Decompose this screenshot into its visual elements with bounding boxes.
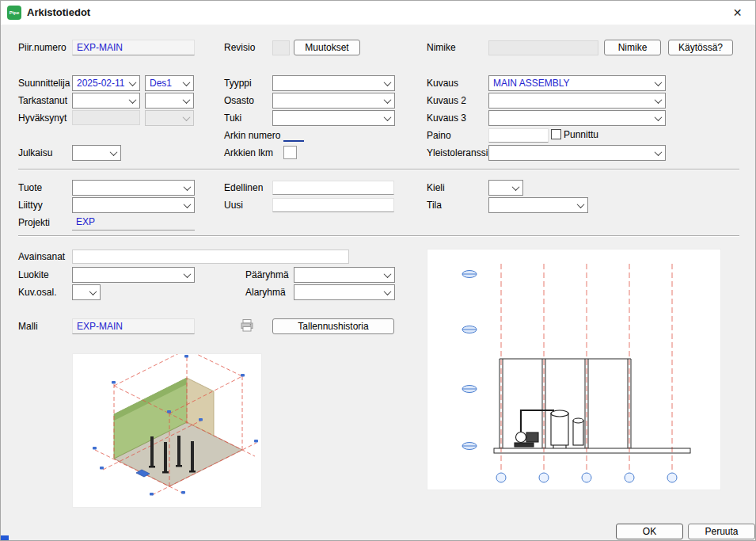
paino-field[interactable] xyxy=(488,128,549,143)
tuote-combo[interactable] xyxy=(72,180,195,196)
chevron-down-icon xyxy=(180,268,194,282)
uusi-label: Uusi xyxy=(224,197,243,213)
alaryhma-label: Alaryhmä xyxy=(245,284,286,300)
punnittu-checkbox[interactable] xyxy=(551,129,561,139)
nimike-field xyxy=(488,40,598,55)
hyvaksynyt-designer-combo xyxy=(145,110,194,126)
liittyy-label: Liittyy xyxy=(18,197,43,213)
chevron-down-icon xyxy=(652,146,665,160)
tuki-label: Tuki xyxy=(224,110,241,126)
paino-label: Paino xyxy=(427,128,451,143)
projekti-field[interactable]: EXP xyxy=(72,215,195,230)
print-icon xyxy=(240,318,254,333)
elevation-drawing xyxy=(427,250,720,490)
alaryhma-combo[interactable] xyxy=(294,284,395,300)
tuote-label: Tuote xyxy=(18,180,42,196)
revisio-field xyxy=(272,40,290,55)
tuki-combo[interactable] xyxy=(272,110,395,126)
revisio-label: Revisio xyxy=(224,40,255,55)
tila-combo[interactable] xyxy=(488,197,588,213)
chevron-down-icon xyxy=(180,111,193,125)
suunnittelija-date-combo[interactable]: 2025-02-11 xyxy=(72,75,140,91)
julkaisu-combo[interactable] xyxy=(72,145,121,161)
kuvaus-2-combo[interactable] xyxy=(488,93,666,109)
ok-button[interactable]: OK xyxy=(616,524,683,539)
kuv-osal-label: Kuv.osal. xyxy=(18,284,56,300)
suunnittelija-label: Suunnittelija xyxy=(18,75,70,91)
avainsanat-label: Avainsanat xyxy=(18,249,65,265)
tarkastanut-label: Tarkastanut xyxy=(18,93,67,109)
kuvaus-value: MAIN ASSEMBLY xyxy=(489,76,665,90)
piir-numero-field[interactable]: EXP-MAIN xyxy=(72,40,195,55)
nimike-button[interactable]: Nimike xyxy=(604,40,661,55)
muutokset-button[interactable]: Muutokset xyxy=(294,40,360,55)
chevron-down-icon xyxy=(126,76,139,90)
kieli-label: Kieli xyxy=(427,180,445,196)
paaryhma-label: Pääryhmä xyxy=(245,267,289,283)
tallennushistoria-button[interactable]: Tallennushistoria xyxy=(272,318,394,334)
osasto-label: Osasto xyxy=(224,93,254,109)
punnittu-label: Punnittu xyxy=(564,127,598,143)
tyyppi-label: Tyyppi xyxy=(224,75,252,91)
suunnittelija-designer-combo[interactable]: Des1 xyxy=(145,75,194,91)
hyvaksynyt-field xyxy=(72,110,140,125)
kuv-osal-combo[interactable] xyxy=(72,284,101,300)
chevron-down-icon xyxy=(652,93,665,108)
chevron-down-icon xyxy=(180,198,194,212)
kuvaus-label: Kuvaus xyxy=(427,75,458,91)
pipe-app-icon: Pipe xyxy=(7,6,21,20)
background-window-artifact xyxy=(1,535,9,541)
yleistoleranssi-label: Yleistoleranssi xyxy=(427,145,488,161)
model-3d-preview xyxy=(72,353,262,508)
julkaisu-label: Julkaisu xyxy=(18,145,52,161)
chevron-down-icon xyxy=(574,198,587,212)
nimike-label: Nimike xyxy=(427,40,456,55)
osasto-combo[interactable] xyxy=(272,93,395,109)
chevron-down-icon xyxy=(381,111,394,125)
kaytossa-button[interactable]: Käytössä? xyxy=(668,40,733,55)
malli-field[interactable]: EXP-MAIN xyxy=(72,318,195,334)
elevation-preview xyxy=(427,249,721,490)
chevron-down-icon xyxy=(180,181,194,195)
chevron-down-icon xyxy=(652,76,665,90)
arkkien-lkm-field[interactable] xyxy=(283,146,297,159)
piir-numero-label: Piir.numero xyxy=(18,40,66,55)
close-icon[interactable]: ✕ xyxy=(720,1,755,25)
hyvaksynyt-label: Hyväksynyt xyxy=(18,110,66,126)
edellinen-field[interactable] xyxy=(272,181,394,195)
projekti-label: Projekti xyxy=(18,215,50,230)
separator xyxy=(18,169,739,170)
luokite-label: Luokite xyxy=(18,267,49,283)
uusi-field[interactable] xyxy=(272,198,394,212)
kuvaus-combo[interactable]: MAIN ASSEMBLY xyxy=(488,75,666,91)
tila-label: Tila xyxy=(427,197,442,213)
paaryhma-combo[interactable] xyxy=(294,267,395,283)
peruuta-button[interactable]: Peruuta xyxy=(688,524,755,539)
kieli-combo[interactable] xyxy=(488,180,523,196)
chevron-down-icon xyxy=(509,181,522,195)
avainsanat-field[interactable] xyxy=(72,250,349,264)
titlebar: Pipe Arkistotiedot ✕ xyxy=(1,1,755,25)
kuvaus-3-label: Kuvaus 3 xyxy=(427,110,466,126)
tarkastanut-designer-combo[interactable] xyxy=(145,93,194,109)
tarkastanut-combo[interactable] xyxy=(72,93,140,109)
window-title: Arkistotiedot xyxy=(27,1,90,25)
arkkien-lkm-label: Arkkien lkm xyxy=(224,145,273,161)
arkin-numero-label: Arkin numero xyxy=(224,128,280,143)
kuvaus-3-combo[interactable] xyxy=(488,110,666,126)
separator xyxy=(18,235,739,237)
chevron-down-icon xyxy=(381,93,394,108)
liittyy-combo[interactable] xyxy=(72,197,195,213)
yleistoleranssi-combo[interactable] xyxy=(488,145,666,161)
chevron-down-icon xyxy=(180,76,193,90)
chevron-down-icon xyxy=(126,93,139,108)
luokite-combo[interactable] xyxy=(72,267,195,283)
arkin-numero-field[interactable] xyxy=(283,129,304,142)
tyyppi-combo[interactable] xyxy=(272,75,395,91)
malli-label: Malli xyxy=(18,318,38,334)
chevron-down-icon xyxy=(86,285,100,299)
chevron-down-icon xyxy=(652,111,665,125)
edellinen-label: Edellinen xyxy=(224,180,263,196)
chevron-down-icon xyxy=(381,268,394,282)
model-3d-drawing xyxy=(73,354,261,507)
